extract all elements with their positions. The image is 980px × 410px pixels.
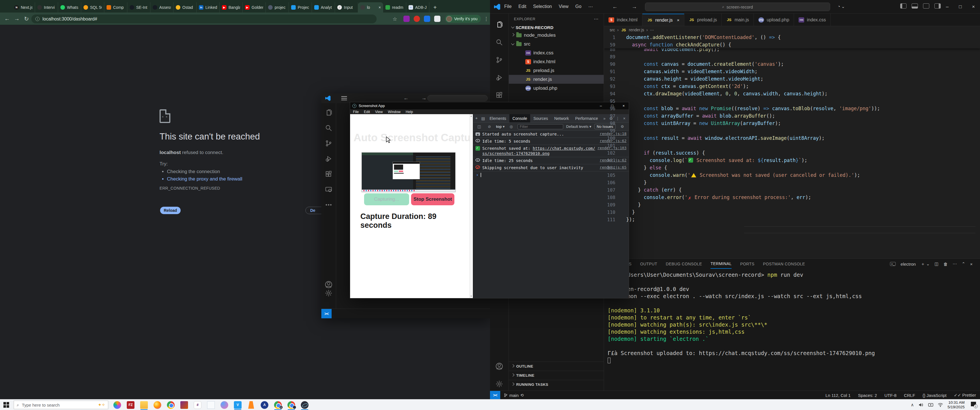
devtools-tab-sources[interactable]: Sources — [530, 114, 551, 122]
browser-tab[interactable]: SQL 50 — [81, 2, 104, 13]
section-running-tasks[interactable]: RUNNING TASKS — [509, 380, 604, 389]
split-terminal-icon[interactable]: ◫ — [934, 261, 939, 267]
taskbar-icon-electron-app[interactable] — [298, 399, 311, 410]
panel-tab-debug-console[interactable]: DEBUG CONSOLE — [666, 262, 702, 266]
app-menu-file[interactable]: File — [353, 110, 359, 114]
copilot-icon[interactable]: ◔ ⌄ — [838, 4, 845, 9]
notification-center-icon[interactable]: 1 — [969, 402, 978, 408]
extension-icon-3[interactable] — [424, 16, 430, 22]
log-levels-dropdown[interactable]: Default levels ▾ — [566, 124, 591, 129]
menu-hamburger-icon[interactable] — [341, 98, 347, 99]
forward-button[interactable]: → — [12, 15, 22, 22]
taskbar-icon-chrome[interactable] — [164, 399, 178, 410]
app-menu-help[interactable]: Help — [406, 110, 413, 114]
explorer-icon[interactable] — [325, 108, 333, 117]
site-info-icon[interactable]: i — [35, 17, 40, 21]
browser-tab[interactable]: readm — [383, 2, 406, 13]
taskbar-icon-vlc[interactable] — [245, 399, 258, 410]
extension-icon-2[interactable] — [414, 16, 420, 22]
toggle-sidebar-icon[interactable] — [900, 3, 907, 8]
panel-tab-ports[interactable]: PORTS — [740, 262, 754, 266]
editor-hscrollbar[interactable] — [744, 226, 975, 233]
new-terminal-icon[interactable]: ＋ ⌄ — [921, 261, 930, 267]
menu-item[interactable]: View — [555, 4, 572, 10]
devtools-tab-network[interactable]: Network — [551, 114, 572, 122]
app-menu-edit[interactable]: Edit — [364, 110, 370, 114]
taskbar-icon-dev-compass[interactable]: A — [258, 399, 271, 410]
browser-tab[interactable]: projec — [266, 2, 289, 13]
tree-item-upload.php[interactable]: phpupload.php — [509, 84, 604, 92]
inspect-element-icon[interactable]: ⌖ — [473, 116, 480, 121]
code-editor[interactable]: 88await videoElement.play();8990const ca… — [604, 33, 980, 259]
stop-screenshot-button[interactable]: Stop Screenshot — [411, 193, 454, 205]
reload-page-button[interactable]: Reload — [160, 207, 181, 214]
taskbar-search[interactable]: ⌕ Type here to search ✦✧ — [14, 400, 108, 409]
taskbar-icon-notepad[interactable] — [204, 399, 218, 410]
search-icon[interactable] — [325, 124, 333, 132]
explorer-icon[interactable] — [493, 17, 506, 31]
extension-icon-1[interactable] — [403, 16, 410, 22]
maximize-button[interactable]: □ — [954, 0, 967, 14]
address-bar[interactable]: i localhost:3000/dashboard# — [31, 14, 377, 23]
editor-tab-preload.js[interactable]: JSpreload.js — [684, 14, 722, 26]
section-timeline[interactable]: TIMELINE — [509, 371, 604, 380]
devtools-tab-elements[interactable]: Elements — [486, 114, 509, 122]
clear-console-icon[interactable]: ⊘ — [486, 124, 493, 129]
panel-tab-terminal[interactable]: TERMINAL — [711, 259, 732, 269]
eye-icon[interactable]: ◎ — [508, 124, 515, 129]
browser-tab[interactable]: Whats — [58, 2, 81, 13]
profile-chip[interactable]: Verify it's you — [445, 15, 481, 23]
editor-tab-main.js[interactable]: JSmain.js — [722, 14, 754, 26]
kill-terminal-icon[interactable]: 🗑 — [943, 262, 948, 267]
browser-tab[interactable]: Projec — [289, 2, 312, 13]
run-debug-icon[interactable] — [325, 154, 333, 163]
tree-item-node_modules[interactable]: node_modules — [509, 31, 604, 40]
taskbar-icon-filezilla[interactable]: FZ — [124, 399, 137, 410]
hidden-icons-chevron[interactable]: ∧ — [911, 402, 914, 407]
toggle-secondary-sidebar-icon[interactable] — [923, 3, 929, 8]
remote-indicator[interactable]: >< — [321, 309, 332, 318]
tree-item-index.html[interactable]: 5index.html — [509, 57, 604, 66]
app-scrollbar[interactable] — [469, 114, 473, 298]
tree-item-index.css[interactable]: cssindex.css — [509, 48, 604, 57]
menu-item[interactable]: File — [501, 4, 515, 10]
panel-tab-output[interactable]: OUTPUT — [640, 262, 657, 266]
start-button[interactable] — [3, 402, 9, 408]
browser-tab[interactable]: Ostad — [173, 2, 197, 13]
console-link[interactable]: https://chat.mcqstudy.com/ss/screenshot-… — [482, 146, 595, 156]
tree-item-render.js[interactable]: JSrender.js — [509, 75, 604, 84]
tab-close-icon[interactable]: × — [379, 5, 381, 10]
terminal-output[interactable]: PS C:\Users\User\Documents\Sourav\screen… — [608, 271, 974, 389]
taskbar-icon-firefox[interactable] — [151, 399, 164, 410]
extensions-icon[interactable] — [493, 88, 506, 102]
project-root-row[interactable]: SCREEN-RECORD — [509, 24, 604, 31]
minimize-button[interactable]: – — [941, 0, 954, 14]
section-outline[interactable]: OUTLINE — [509, 362, 604, 371]
customize-layout-icon[interactable] — [934, 3, 941, 8]
status-item[interactable]: CRLF — [904, 393, 915, 398]
status-item[interactable]: {} JavaScript — [923, 393, 947, 398]
clock[interactable]: 10:31 AM 5/19/2025 — [948, 400, 965, 410]
extensions-icon[interactable] — [325, 170, 333, 178]
tree-item-preload.js[interactable]: JSpreload.js — [509, 66, 604, 75]
browser-menu-icon[interactable]: ⋮ — [484, 16, 489, 22]
editor-tab-upload.php[interactable]: phpupload.php — [754, 14, 794, 26]
extensions-puzzle-icon[interactable] — [434, 16, 441, 22]
remote-indicator[interactable]: >< — [490, 391, 500, 399]
browser-tab[interactable]: Intervi — [35, 2, 58, 13]
new-tab-button[interactable]: + — [431, 3, 439, 11]
taskbar-icon-winrar[interactable] — [178, 399, 191, 410]
editor-tab-index.html[interactable]: 5index.html — [604, 14, 643, 26]
breadcrumb[interactable]: src› JS render.js› ⋯ — [604, 26, 980, 33]
browser-tab[interactable]: ▶Golden — [243, 2, 266, 13]
editor-tab-render.js[interactable]: JSrender.js× — [643, 14, 684, 26]
toggle-panel-icon[interactable] — [912, 3, 918, 8]
status-item[interactable]: Spaces: 2 — [858, 393, 877, 398]
vscode2-search-box[interactable] — [427, 95, 488, 102]
panel-close-icon[interactable]: × — [970, 262, 973, 267]
taskbar-icon-slack[interactable]: # — [191, 399, 204, 410]
branch-indicator[interactable]: main ⟲ — [504, 391, 523, 399]
browser-tab[interactable]: inLinked — [197, 2, 220, 13]
tab-close-icon[interactable]: × — [677, 17, 679, 22]
browser-tab[interactable]: ≡ADB-J — [406, 2, 429, 13]
